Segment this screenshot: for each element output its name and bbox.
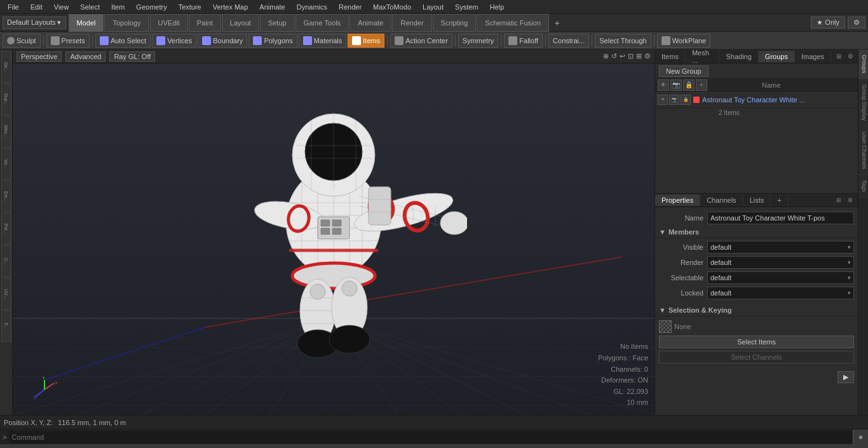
- work-plane-btn[interactable]: WorkPlane: [657, 34, 711, 48]
- gl-eye-icon[interactable]: 👁: [658, 79, 669, 91]
- panel-tab-groups[interactable]: Groups: [759, 51, 795, 62]
- left-tool-6[interactable]: C...: [1, 245, 11, 277]
- cmd-submit-btn[interactable]: ●: [853, 430, 868, 445]
- group-item-0[interactable]: 👁 📷 🔒 Astronaut Toy Character White ...: [655, 92, 858, 108]
- panel-settings-icon[interactable]: ⚙: [845, 51, 855, 62]
- bottom-tab-lists[interactable]: Lists: [743, 194, 771, 206]
- menu-layout[interactable]: Layout: [417, 2, 449, 12]
- settings-btn[interactable]: ⚙: [848, 17, 865, 29]
- add-layout-tab[interactable]: +: [550, 15, 565, 31]
- menu-dynamics[interactable]: Dynamics: [292, 2, 332, 12]
- panel-tab-images[interactable]: Images: [795, 51, 831, 62]
- vp-ctrl-5[interactable]: ⚙: [644, 52, 651, 60]
- members-section[interactable]: ▼ Members: [655, 226, 858, 238]
- viewport-advanced-btn[interactable]: Advanced: [65, 51, 105, 62]
- sk-arrow-btn[interactable]: ▶: [837, 371, 854, 383]
- tab-uvedit[interactable]: UVEdit: [150, 14, 188, 32]
- rs-tab-user-channels[interactable]: User Channels: [858, 126, 868, 175]
- menu-animate[interactable]: Animate: [254, 2, 290, 12]
- sk-section[interactable]: ▼ Selection & Keying: [655, 304, 858, 316]
- bottom-tab-properties[interactable]: Properties: [655, 194, 700, 206]
- left-tool-2[interactable]: Mes...: [1, 116, 11, 147]
- tab-layout[interactable]: Layout: [222, 14, 259, 32]
- viewport-canvas[interactable]: No Items Polygons : Face Channels: 0 Def…: [13, 64, 654, 415]
- auto-select-btn[interactable]: Auto Select: [95, 34, 151, 48]
- select-through-btn[interactable]: Select Through: [595, 34, 651, 48]
- tab-model[interactable]: Model: [69, 14, 104, 32]
- rs-tab-groups[interactable]: Groups: [858, 50, 868, 79]
- vp-ctrl-1[interactable]: ↺: [611, 52, 617, 60]
- vp-ctrl-3[interactable]: ⊡: [628, 52, 634, 60]
- menu-geometry[interactable]: Geometry: [131, 2, 172, 12]
- left-tool-4[interactable]: Em...: [1, 180, 11, 212]
- selectable-select[interactable]: default ▾: [707, 271, 854, 284]
- tab-topology[interactable]: Topology: [104, 14, 149, 32]
- boundary-btn[interactable]: Boundary: [198, 34, 247, 48]
- render-select[interactable]: default ▾: [707, 256, 854, 269]
- action-center-btn[interactable]: Action Center: [390, 34, 452, 48]
- menu-system[interactable]: System: [450, 2, 484, 12]
- menu-file[interactable]: File: [3, 2, 24, 12]
- rs-tab-group-display[interactable]: Group Display: [858, 79, 868, 126]
- viewport[interactable]: Perspective Advanced Ray GL: Off ⊕ ↺ ↩ ⊡…: [13, 50, 654, 415]
- gi-cam[interactable]: 📷: [669, 95, 679, 105]
- gl-cam-icon[interactable]: 📷: [670, 79, 682, 91]
- vp-ctrl-2[interactable]: ↩: [620, 52, 625, 60]
- materials-btn[interactable]: Materials: [299, 34, 347, 48]
- bottom-tab-add[interactable]: +: [771, 194, 788, 206]
- constraints-btn[interactable]: Constrai...: [548, 34, 589, 48]
- presets-btn[interactable]: Presets: [46, 34, 90, 48]
- menu-vertex-map[interactable]: Vertex Map: [208, 2, 254, 12]
- tab-animate[interactable]: Animate: [349, 14, 391, 32]
- rs-tab-tags[interactable]: Tags: [858, 175, 868, 198]
- tab-render[interactable]: Render: [392, 14, 431, 32]
- locked-select[interactable]: default ▾: [707, 287, 854, 299]
- menu-view[interactable]: View: [49, 2, 74, 12]
- layout-dropdown[interactable]: Default Layouts ▾: [3, 17, 66, 29]
- bottom-settings-icon[interactable]: ⚙: [845, 195, 855, 205]
- viewport-mode-btn[interactable]: Perspective: [17, 51, 62, 62]
- menu-render[interactable]: Render: [334, 2, 367, 12]
- tab-setup[interactable]: Setup: [260, 14, 295, 32]
- new-group-btn[interactable]: New Group: [659, 65, 709, 77]
- gl-add-icon[interactable]: +: [696, 79, 707, 91]
- falloff-btn[interactable]: Falloff: [504, 34, 543, 48]
- bottom-expand-icon[interactable]: ⊞: [834, 195, 844, 205]
- tab-game-tools[interactable]: Game Tools: [295, 14, 349, 32]
- gi-lock[interactable]: 🔒: [681, 95, 691, 105]
- left-tool-5[interactable]: Pol...: [1, 213, 11, 245]
- items-btn[interactable]: Items: [348, 34, 384, 48]
- vp-ctrl-4[interactable]: ⊞: [636, 52, 642, 60]
- select-items-btn[interactable]: Select Items: [659, 336, 854, 348]
- menu-texture[interactable]: Texture: [173, 2, 207, 12]
- only-btn[interactable]: ★ Only: [811, 17, 845, 29]
- menu-select[interactable]: Select: [75, 2, 105, 12]
- menu-edit[interactable]: Edit: [25, 2, 48, 12]
- polygons-btn[interactable]: Polygons: [248, 34, 297, 48]
- menu-help[interactable]: Help: [485, 2, 510, 12]
- left-tool-1[interactable]: Dup...: [1, 83, 11, 115]
- tab-schematic-fusion[interactable]: Schematic Fusion: [477, 14, 548, 32]
- menu-item[interactable]: Item: [106, 2, 130, 12]
- left-tool-8[interactable]: F...: [1, 310, 11, 342]
- tab-paint[interactable]: Paint: [189, 14, 221, 32]
- panel-tab-mesh[interactable]: Mesh ...: [686, 47, 720, 66]
- vp-ctrl-0[interactable]: ⊕: [603, 52, 609, 60]
- symmetry-btn[interactable]: Symmetry: [458, 34, 499, 48]
- panel-tab-shading[interactable]: Shading: [719, 51, 758, 62]
- left-tool-3[interactable]: Ve...: [1, 148, 11, 180]
- left-tool-0[interactable]: De...: [1, 51, 11, 83]
- visible-select[interactable]: default ▾: [707, 241, 854, 254]
- gi-eye[interactable]: 👁: [658, 95, 668, 105]
- name-input[interactable]: [707, 212, 854, 224]
- viewport-raygl-btn[interactable]: Ray GL: Off: [109, 51, 155, 62]
- sculpt-btn[interactable]: Sculpt: [3, 34, 41, 48]
- panel-tab-items[interactable]: Items: [655, 51, 686, 62]
- gl-lock-icon[interactable]: 🔒: [683, 79, 695, 91]
- tab-scripting[interactable]: Scripting: [433, 14, 477, 32]
- cmd-input[interactable]: [9, 431, 853, 444]
- bottom-tab-channels[interactable]: Channels: [700, 194, 743, 206]
- left-tool-7[interactable]: UV...: [1, 278, 11, 309]
- vertices-btn[interactable]: Vertices: [152, 34, 196, 48]
- panel-expand-icon[interactable]: ⊞: [834, 51, 844, 62]
